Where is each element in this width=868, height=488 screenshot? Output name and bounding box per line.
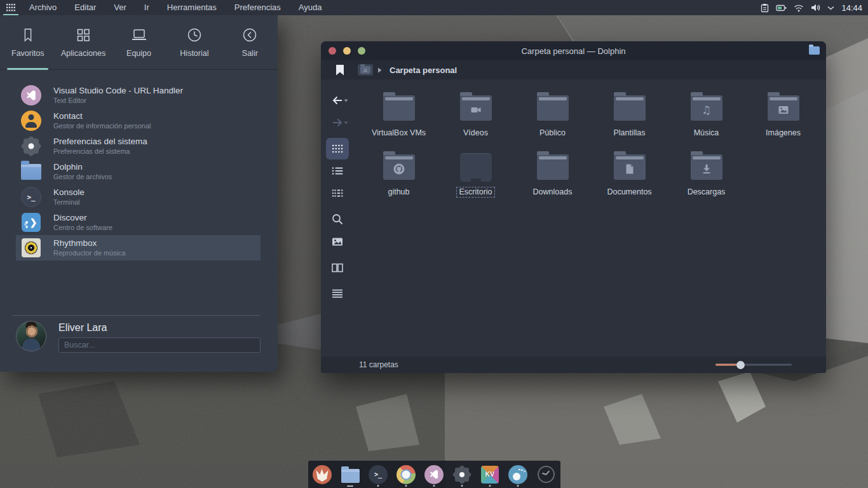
- folder-github[interactable]: github: [360, 149, 437, 208]
- dock-settings[interactable]: [448, 461, 476, 488]
- icons-view-icon: [332, 144, 343, 153]
- github-octocat-icon: [393, 163, 405, 175]
- folder-imagenes[interactable]: Imágenes: [745, 90, 822, 149]
- back-button[interactable]: [326, 90, 349, 111]
- dock-firefox[interactable]: [308, 461, 336, 488]
- folder-virtualbox-vms[interactable]: VirtualBox VMs: [360, 90, 437, 149]
- music-player-icon: [508, 465, 527, 484]
- menu-archivo[interactable]: Archivo: [20, 0, 65, 15]
- tab-historial[interactable]: Historial: [166, 15, 222, 69]
- tab-label: Salir: [242, 49, 258, 58]
- settings-icon: [453, 466, 471, 484]
- video-camera-icon: [471, 105, 481, 114]
- preview-button[interactable]: [326, 231, 349, 252]
- app-launcher-button[interactable]: [1, 0, 20, 15]
- home-button[interactable]: ⌂: [358, 64, 373, 76]
- dock-konsole[interactable]: >_: [364, 461, 392, 488]
- image-icon: [778, 105, 789, 114]
- list-item-rhythmbox[interactable]: Rhythmbox Reproductor de música: [16, 235, 261, 261]
- folder-publico[interactable]: Público: [514, 90, 591, 149]
- battery-icon[interactable]: [776, 4, 787, 12]
- terminal-icon: >_: [369, 465, 388, 484]
- folder-descargas[interactable]: Descargas: [668, 149, 745, 208]
- list-item-dolphin[interactable]: Dolphin Gestor de archivos: [16, 159, 261, 184]
- list-item-vscode[interactable]: Visual Studio Code - URL Handler Text Ed…: [16, 83, 261, 108]
- dock-clock[interactable]: [532, 461, 560, 488]
- folder-documentos[interactable]: Documentos: [591, 149, 668, 208]
- app-name: Preferencias del sistema: [53, 137, 147, 146]
- wifi-icon[interactable]: [794, 4, 804, 12]
- search-button[interactable]: [326, 208, 349, 230]
- folder-musica[interactable]: ♫ Música: [668, 90, 745, 149]
- details-view-button[interactable]: [326, 182, 349, 204]
- close-button[interactable]: [329, 47, 336, 55]
- tab-equipo[interactable]: Equipo: [111, 15, 166, 69]
- dock-chrome[interactable]: [392, 461, 420, 488]
- menu-editar[interactable]: Editar: [65, 0, 105, 15]
- tab-label: Historial: [180, 49, 208, 58]
- bookmark-icon: [20, 27, 36, 43]
- folder-escritorio[interactable]: Escritorio: [437, 149, 514, 208]
- folder-downloads[interactable]: Downloads: [514, 149, 591, 208]
- home-folder-icon: ⌂: [360, 66, 370, 74]
- minimize-button[interactable]: [343, 47, 351, 55]
- clock[interactable]: 14:44: [841, 3, 862, 13]
- dock: >_ KV: [308, 461, 560, 488]
- file-manager-icon: [341, 469, 360, 483]
- menu-preferencias[interactable]: Preferencias: [226, 0, 290, 15]
- list-item-discover[interactable]: ❯ Discover Centro de software: [16, 210, 261, 235]
- hamburger-menu-icon: [332, 289, 343, 298]
- dock-music-player[interactable]: [504, 461, 532, 488]
- forward-button[interactable]: [326, 112, 349, 133]
- app-description: Centro de software: [53, 224, 112, 231]
- app-grid-icon: [75, 27, 92, 43]
- app-description: Terminal: [53, 199, 85, 206]
- status-text: 11 carpetas: [359, 360, 398, 369]
- user-name: Eliver Lara: [58, 322, 261, 334]
- tab-aplicaciones[interactable]: Aplicaciones: [55, 15, 111, 69]
- list-item-konsole[interactable]: >_ Konsole Terminal: [16, 184, 261, 210]
- clipboard-icon[interactable]: [761, 3, 769, 13]
- list-item-kontact[interactable]: Kontact Gestor de información personal: [16, 108, 261, 133]
- list-view-button[interactable]: [326, 160, 349, 182]
- search-input[interactable]: [58, 337, 261, 353]
- folder-videos[interactable]: Vídeos: [437, 90, 514, 149]
- person-icon: [21, 111, 41, 131]
- speaker-icon: [21, 238, 41, 258]
- list-item-system-settings[interactable]: Preferencias del sistema Preferencias de…: [16, 133, 261, 159]
- software-center-icon: ❯: [21, 212, 41, 233]
- menu-ayuda[interactable]: Ayuda: [290, 0, 331, 15]
- dolphin-app-icon: [809, 46, 820, 55]
- avatar[interactable]: [16, 321, 46, 351]
- tab-salir[interactable]: Salir: [222, 15, 278, 69]
- split-view-button[interactable]: [326, 257, 349, 278]
- forward-history-caret[interactable]: [344, 121, 348, 125]
- app-name: Kontact: [53, 112, 151, 121]
- back-history-caret[interactable]: [344, 99, 348, 102]
- dock-vscode[interactable]: [420, 461, 448, 488]
- breadcrumb[interactable]: Carpeta personal: [390, 65, 457, 75]
- zoom-slider[interactable]: [715, 364, 792, 366]
- menu-ver[interactable]: Ver: [105, 0, 135, 15]
- menu-herramientas[interactable]: Herramientas: [158, 0, 226, 15]
- dock-kvantum[interactable]: KV: [476, 461, 504, 488]
- tab-label: Equipo: [126, 49, 151, 58]
- location-bar: ⌂ Carpeta personal: [321, 60, 826, 79]
- bookmark-icon[interactable]: [336, 65, 344, 76]
- tab-favoritos[interactable]: Favoritos: [0, 15, 55, 69]
- icons-view-button[interactable]: [326, 138, 349, 159]
- menu-ir[interactable]: Ir: [135, 0, 158, 15]
- zoom-slider-handle[interactable]: [736, 361, 745, 369]
- window-titlebar[interactable]: Carpeta personal — Dolphin: [321, 41, 826, 60]
- download-arrow-icon: [702, 164, 711, 173]
- volume-icon[interactable]: [811, 3, 820, 12]
- menu-button[interactable]: [326, 283, 349, 304]
- dock-file-manager[interactable]: [336, 461, 364, 488]
- maximize-button[interactable]: [358, 47, 365, 55]
- launcher-tabs: Favoritos Aplicaciones Equipo: [0, 15, 278, 70]
- split-view-icon: [332, 263, 343, 273]
- chevron-down-icon[interactable]: [827, 6, 834, 10]
- clock-icon: [186, 27, 203, 43]
- folder-plantillas[interactable]: Plantillas: [591, 90, 668, 149]
- app-description: Preferencias del sistema: [53, 148, 147, 155]
